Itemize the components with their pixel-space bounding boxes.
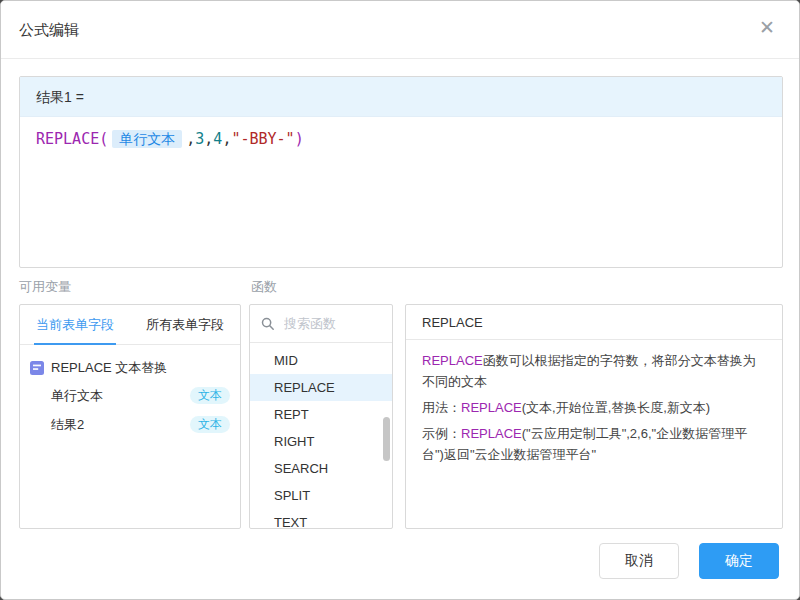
function-item[interactable]: SPLIT [250, 482, 392, 509]
function-item[interactable]: MID [250, 347, 392, 374]
scrollbar-thumb[interactable] [383, 417, 390, 461]
variable-row[interactable]: 结果2 文本 [30, 410, 232, 439]
function-item[interactable]: SEARCH [250, 455, 392, 482]
function-open-token: REPLACE( [36, 130, 108, 148]
doc-title: REPLACE [406, 305, 782, 340]
close-icon[interactable]: ✕ [759, 18, 775, 37]
doc-description: REPLACE函数可以根据指定的字符数，将部分文本替换为不同的文本 [422, 350, 766, 392]
formula-editor: 结果1 = REPLACE(单行文本,3,4,"-BBY-") [19, 76, 783, 268]
function-doc-panel: REPLACE REPLACE函数可以根据指定的字符数，将部分文本替换为不同的文… [405, 304, 783, 529]
function-search-box[interactable] [250, 305, 392, 343]
functions-label: 函数 [251, 278, 277, 296]
variables-tree: REPLACE 文本替换 单行文本 文本 结果2 文本 [20, 345, 240, 439]
comma-token: , [204, 130, 213, 148]
comma-token: , [186, 130, 195, 148]
dialog-header: 公式编辑 ✕ [1, 1, 799, 59]
variables-panel: 当前表单字段 所有表单字段 REPLACE 文本替换 单行文本 文本 结果2 [19, 304, 241, 529]
doc-body: REPLACE函数可以根据指定的字符数，将部分文本替换为不同的文本 用法：REP… [406, 340, 782, 480]
function-item[interactable]: TEXT [250, 509, 392, 528]
form-node[interactable]: REPLACE 文本替换 [30, 354, 232, 381]
function-item[interactable]: RIGHT [250, 428, 392, 455]
doc-example: 示例：REPLACE("云应用定制工具",2,6,"企业数据管理平台")返回"云… [422, 423, 766, 465]
search-icon [261, 317, 275, 331]
function-close-token: ) [295, 130, 304, 148]
doc-usage: 用法：REPLACE(文本,开始位置,替换长度,新文本) [422, 397, 766, 418]
functions-panel: MID REPLACE REPT RIGHT SEARCH SPLIT TEXT… [249, 304, 393, 529]
variable-row[interactable]: 单行文本 文本 [30, 381, 232, 410]
confirm-button[interactable]: 确定 [699, 543, 779, 579]
field-type-badge: 文本 [190, 387, 230, 404]
search-input[interactable] [282, 315, 374, 332]
number-token: 3 [195, 130, 204, 148]
function-list: MID REPLACE REPT RIGHT SEARCH SPLIT TEXT… [250, 343, 392, 528]
dialog-title: 公式编辑 [19, 21, 79, 40]
variable-name: 结果2 [51, 416, 190, 434]
form-node-label: REPLACE 文本替换 [51, 359, 167, 377]
form-icon [30, 361, 44, 375]
variables-label: 可用变量 [19, 278, 71, 296]
result-label: 结果1 = [20, 77, 782, 117]
string-token: "-BBY-" [231, 130, 294, 148]
variables-tabs: 当前表单字段 所有表单字段 [20, 305, 240, 345]
tab-all-form-fields[interactable]: 所有表单字段 [130, 305, 240, 344]
formula-edit-dialog: 公式编辑 ✕ 结果1 = REPLACE(单行文本,3,4,"-BBY-") 可… [0, 0, 800, 600]
variable-name: 单行文本 [51, 387, 190, 405]
cancel-button[interactable]: 取消 [599, 543, 679, 579]
function-item-selected[interactable]: REPLACE [250, 374, 392, 401]
function-item[interactable]: REPT [250, 401, 392, 428]
formula-input-area[interactable]: REPLACE(单行文本,3,4,"-BBY-") [20, 117, 782, 162]
tab-current-form-fields[interactable]: 当前表单字段 [20, 305, 130, 344]
field-type-badge: 文本 [190, 416, 230, 433]
field-chip[interactable]: 单行文本 [112, 130, 182, 148]
